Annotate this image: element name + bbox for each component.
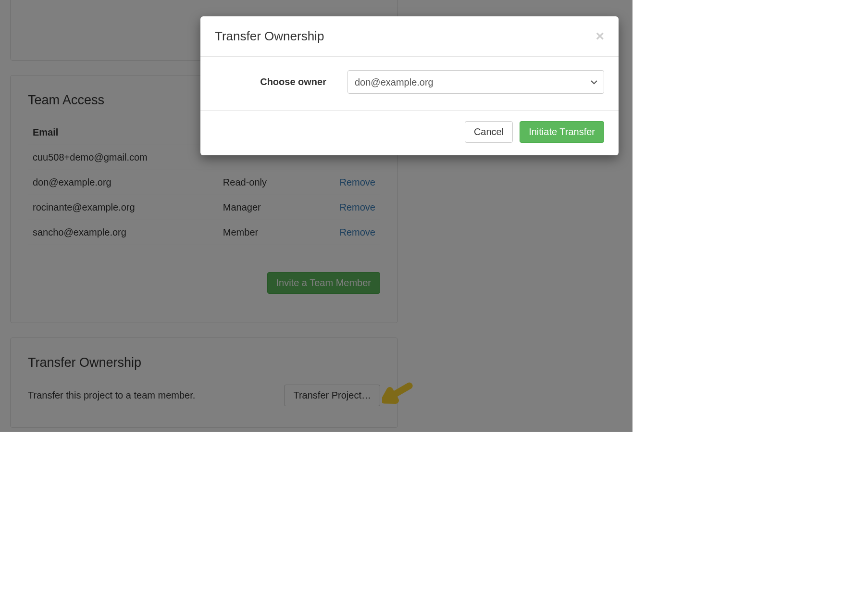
close-icon[interactable]: × xyxy=(595,29,604,43)
transfer-ownership-modal: Transfer Ownership × Choose owner don@ex… xyxy=(200,16,619,155)
choose-owner-label: Choose owner xyxy=(215,76,326,88)
initiate-transfer-button[interactable]: Initiate Transfer xyxy=(520,121,604,143)
choose-owner-select[interactable]: don@example.org xyxy=(347,70,604,94)
cancel-button[interactable]: Cancel xyxy=(465,121,513,143)
modal-title: Transfer Ownership xyxy=(215,29,324,44)
